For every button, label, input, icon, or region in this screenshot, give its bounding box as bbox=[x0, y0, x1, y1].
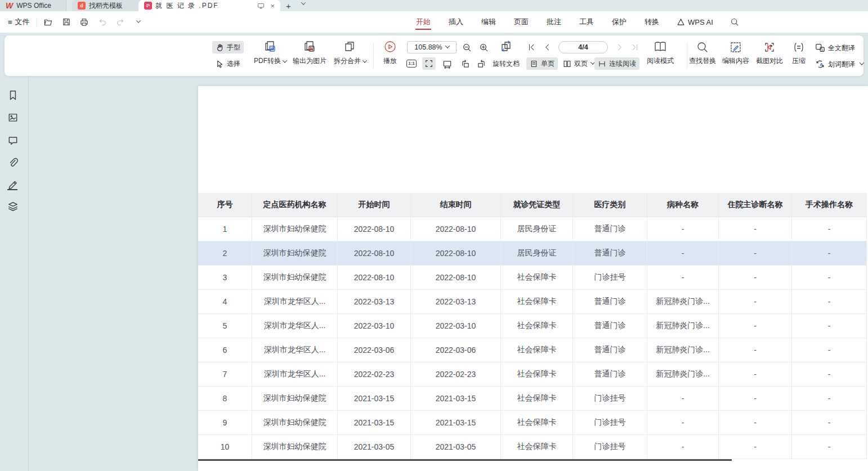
menu-tab-4[interactable]: 批注 bbox=[546, 11, 562, 33]
monitor-icon[interactable] bbox=[257, 2, 265, 10]
export-image-button[interactable]: 输出为图片 bbox=[288, 38, 331, 66]
table-cell: 新冠肺炎门诊... bbox=[647, 290, 719, 314]
chevron-down-icon bbox=[283, 58, 287, 62]
select-tool-button[interactable]: 选择 bbox=[212, 57, 244, 70]
word-translate-button[interactable]: A 划词翻译 bbox=[815, 58, 863, 70]
fit-page-icon bbox=[424, 59, 433, 68]
tab-label: 找稻壳模板 bbox=[89, 1, 123, 11]
table-row: 1深圳市妇幼保健院2022-08-102022-08-10居民身份证普通门诊--… bbox=[198, 217, 867, 241]
table-cell: 深圳市龙华区人... bbox=[252, 362, 338, 387]
close-icon[interactable]: × bbox=[270, 2, 275, 10]
full-translate-label: 全文翻译 bbox=[828, 43, 855, 53]
fit-page-button[interactable] bbox=[422, 57, 436, 70]
file-menu-button[interactable]: ≡ 文件 bbox=[6, 17, 32, 27]
menu-tab-5[interactable]: 工具 bbox=[579, 11, 594, 33]
continuous-reading-label: 连续阅读 bbox=[609, 59, 636, 69]
signature-panel-button[interactable] bbox=[7, 178, 19, 190]
tab-list-chevron-icon[interactable] bbox=[301, 0, 306, 5]
print-icon[interactable] bbox=[78, 15, 91, 29]
quick-access-chevron-icon[interactable] bbox=[132, 15, 145, 29]
table-cell: 门诊挂号 bbox=[573, 387, 647, 411]
menu-tab-7[interactable]: 转换 bbox=[644, 11, 660, 33]
full-translate-button[interactable]: A 文 全文翻译 bbox=[815, 42, 855, 54]
table-cell: 2021-03-15 bbox=[411, 411, 501, 435]
layers-panel-button[interactable] bbox=[7, 201, 19, 212]
table-row: 9深圳市妇幼保健院2021-03-152021-03-15社会保障卡门诊挂号--… bbox=[198, 411, 867, 435]
split-merge-button[interactable]: 拆分合并 bbox=[329, 38, 372, 66]
pdf-convert-button[interactable]: W PDF转换 bbox=[249, 38, 292, 66]
search-icon[interactable] bbox=[730, 17, 739, 26]
compress-label: 压缩 bbox=[792, 57, 806, 65]
export-image-label: 输出为图片 bbox=[293, 57, 326, 65]
tab-document-active[interactable]: P 就 医 记 录 .PDF × bbox=[138, 0, 280, 11]
table-cell: - bbox=[792, 387, 867, 411]
table-row: 2深圳市妇幼保健院2022-08-102022-08-10居民身份证普通门诊--… bbox=[198, 241, 867, 266]
zoom-in-button[interactable] bbox=[477, 41, 490, 53]
first-page-button[interactable] bbox=[525, 41, 538, 53]
menu-tab-0[interactable]: 开始 bbox=[415, 11, 431, 33]
double-page-button[interactable]: 双页 bbox=[560, 57, 598, 70]
split-merge-label: 拆分合并 bbox=[334, 57, 361, 65]
table-cell: 5 bbox=[198, 314, 252, 338]
fit-width-button[interactable] bbox=[441, 57, 453, 70]
menu-tab-2[interactable]: 编辑 bbox=[481, 11, 496, 33]
table-cell: - bbox=[719, 241, 792, 266]
table-header-cell: 结束时间 bbox=[411, 193, 501, 217]
thumbnails-panel-button[interactable] bbox=[7, 112, 19, 123]
rotate-left-icon[interactable] bbox=[459, 57, 471, 70]
hand-tool-button[interactable]: 手型 bbox=[212, 41, 244, 53]
table-cell: 2022-08-10 bbox=[338, 266, 411, 290]
save-icon[interactable] bbox=[60, 15, 73, 29]
table-cell: 2021-03-05 bbox=[338, 435, 411, 459]
redo-icon[interactable] bbox=[114, 15, 127, 29]
swap-pages-icon[interactable] bbox=[500, 40, 512, 52]
comments-panel-button[interactable] bbox=[7, 134, 19, 146]
table-cell: 深圳市妇幼保健院 bbox=[252, 217, 338, 241]
continuous-reading-button[interactable]: 连续阅读 bbox=[594, 57, 639, 70]
table-cell: 社会保障卡 bbox=[501, 290, 573, 314]
medical-records-table: 序号定点医药机构名称开始时间结束时间就诊凭证类型医疗类别病种名称住院主诊断名称手… bbox=[198, 193, 867, 459]
open-file-icon[interactable] bbox=[42, 15, 55, 29]
table-cell: 普通门诊 bbox=[573, 217, 647, 241]
pen-underline bbox=[7, 189, 17, 190]
table-cell: - bbox=[792, 241, 867, 266]
menu-tab-1[interactable]: 插入 bbox=[448, 11, 464, 33]
undo-icon[interactable] bbox=[96, 15, 109, 29]
page-indicator-input[interactable]: 4/4 bbox=[558, 41, 608, 53]
tab-wps-office[interactable]: W WPS Office bbox=[0, 0, 66, 11]
table-cell: 10 bbox=[198, 435, 252, 459]
table-cell: 9 bbox=[198, 411, 252, 435]
table-cell: 2021-03-15 bbox=[411, 387, 501, 411]
svg-text:W: W bbox=[270, 46, 275, 51]
zoom-level-input[interactable]: 105.88% bbox=[407, 41, 457, 53]
cursor-icon bbox=[216, 60, 224, 68]
single-page-button[interactable]: 单页 bbox=[526, 57, 558, 70]
actual-size-button[interactable]: 1:1 bbox=[405, 57, 418, 70]
image-icon bbox=[7, 112, 19, 123]
read-mode-button[interactable]: 阅读模式 bbox=[638, 38, 683, 66]
double-page-icon bbox=[563, 60, 571, 68]
tab-label: WPS Office bbox=[16, 2, 51, 10]
zoom-out-button[interactable] bbox=[460, 41, 473, 53]
table-cell: 2022-03-13 bbox=[411, 290, 501, 314]
tab-docer-templates[interactable]: d 找稻壳模板 bbox=[72, 0, 142, 11]
menu-tab-6[interactable]: 保护 bbox=[611, 11, 627, 33]
bookmark-icon bbox=[7, 89, 19, 101]
menu-tab-3[interactable]: 页面 bbox=[513, 11, 529, 33]
next-page-button[interactable] bbox=[614, 41, 626, 53]
wps-ai-button[interactable]: WPS AI bbox=[677, 18, 713, 26]
rotate-document-button[interactable]: 旋转文档 bbox=[489, 57, 523, 70]
table-cell: 2022-03-10 bbox=[411, 314, 501, 338]
compress-button[interactable]: 压缩 bbox=[782, 38, 816, 66]
attachments-panel-button[interactable] bbox=[7, 157, 19, 168]
table-body: 1深圳市妇幼保健院2022-08-102022-08-10居民身份证普通门诊--… bbox=[198, 217, 867, 459]
new-tab-button[interactable]: + bbox=[286, 0, 291, 11]
split-merge-icon bbox=[329, 38, 372, 53]
rotate-right-icon[interactable] bbox=[475, 57, 487, 70]
table-cell: 社会保障卡 bbox=[501, 338, 573, 362]
table-cell: 1 bbox=[198, 217, 252, 241]
menu-bar: ≡ 文件 开始插入编辑页面批注工具保护转换 WPS AI bbox=[0, 11, 868, 33]
bookmarks-panel-button[interactable] bbox=[7, 89, 19, 101]
table-cell: - bbox=[792, 411, 867, 435]
previous-page-button[interactable] bbox=[541, 41, 553, 53]
